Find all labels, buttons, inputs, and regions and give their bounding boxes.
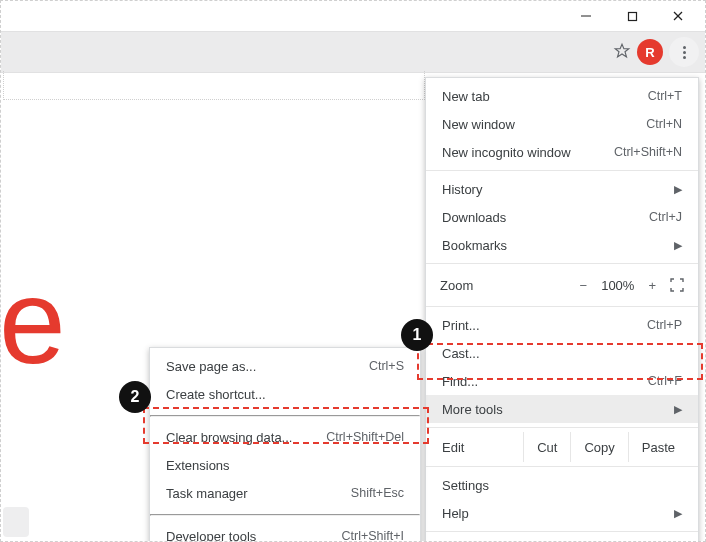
callout-badge-2: 2 [119, 381, 151, 413]
tab-strip-stub [3, 71, 425, 100]
menu-label: Task manager [166, 486, 248, 501]
menu-label: New incognito window [442, 145, 571, 160]
menu-item-new-window[interactable]: New window Ctrl+N [426, 110, 698, 138]
avatar-letter: R [645, 45, 654, 60]
submenu-item-save-page[interactable]: Save page as... Ctrl+S [150, 352, 420, 380]
menu-item-help[interactable]: Help ▶ [426, 499, 698, 527]
zoom-in-button[interactable]: + [648, 278, 656, 293]
menu-label: New tab [442, 89, 490, 104]
chrome-main-menu: New tab Ctrl+T New window Ctrl+N New inc… [425, 77, 699, 542]
window-maximize-button[interactable] [609, 1, 655, 31]
zoom-label: Zoom [440, 278, 473, 293]
submenu-item-clear-browsing-data[interactable]: Clear browsing data... Ctrl+Shift+Del [150, 423, 420, 451]
menu-shortcut: Shift+Esc [351, 486, 404, 500]
menu-shortcut: Ctrl+Shift+Del [326, 430, 404, 444]
menu-label: Create shortcut... [166, 387, 266, 402]
zoom-level: 100% [601, 278, 634, 293]
submenu-arrow-icon: ▶ [674, 183, 682, 196]
menu-item-find[interactable]: Find... Ctrl+F [426, 367, 698, 395]
menu-label: Clear browsing data... [166, 430, 292, 445]
menu-label: Settings [442, 478, 489, 493]
submenu-arrow-icon: ▶ [674, 403, 682, 416]
menu-shortcut: Ctrl+S [369, 359, 404, 373]
menu-item-bookmarks[interactable]: Bookmarks ▶ [426, 231, 698, 259]
more-tools-submenu: Save page as... Ctrl+S Create shortcut..… [149, 347, 421, 542]
menu-label: Extensions [166, 458, 230, 473]
menu-item-settings[interactable]: Settings [426, 471, 698, 499]
menu-label: Developer tools [166, 529, 256, 543]
menu-shortcut: Ctrl+J [649, 210, 682, 224]
menu-label: More tools [442, 402, 503, 417]
window-close-button[interactable] [655, 1, 701, 31]
edit-paste-button[interactable]: Paste [628, 432, 688, 462]
bookmark-star-icon[interactable] [613, 42, 631, 63]
menu-label: Save page as... [166, 359, 256, 374]
window-minimize-button[interactable] [563, 1, 609, 31]
menu-item-cast[interactable]: Cast... [426, 339, 698, 367]
menu-label: Downloads [442, 210, 506, 225]
menu-item-exit[interactable]: Exit [426, 536, 698, 542]
profile-avatar[interactable]: R [637, 39, 663, 65]
kebab-icon [683, 46, 686, 59]
edit-copy-button[interactable]: Copy [570, 432, 627, 462]
submenu-arrow-icon: ▶ [674, 507, 682, 520]
callout-badge-1: 1 [401, 319, 433, 351]
chrome-menu-button[interactable] [669, 37, 699, 67]
menu-label: History [442, 182, 482, 197]
menu-shortcut: Ctrl+F [648, 374, 682, 388]
menu-item-edit-row: Edit Cut Copy Paste [426, 432, 698, 462]
menu-item-history[interactable]: History ▶ [426, 175, 698, 203]
menu-label: New window [442, 117, 515, 132]
menu-item-new-incognito[interactable]: New incognito window Ctrl+Shift+N [426, 138, 698, 166]
menu-item-print[interactable]: Print... Ctrl+P [426, 311, 698, 339]
menu-label: Bookmarks [442, 238, 507, 253]
menu-shortcut: Ctrl+N [646, 117, 682, 131]
menu-item-zoom: Zoom − 100% + [426, 268, 698, 302]
menu-shortcut: Ctrl+P [647, 318, 682, 332]
menu-shortcut: Ctrl+Shift+I [341, 529, 404, 542]
bottom-left-chip [3, 507, 29, 537]
google-logo-fragment: e [0, 261, 66, 381]
svg-rect-1 [628, 12, 636, 20]
menu-shortcut: Ctrl+T [648, 89, 682, 103]
submenu-item-create-shortcut[interactable]: Create shortcut... [150, 380, 420, 408]
menu-label: Find... [442, 374, 478, 389]
menu-item-more-tools[interactable]: More tools ▶ [426, 395, 698, 423]
menu-shortcut: Ctrl+Shift+N [614, 145, 682, 159]
submenu-arrow-icon: ▶ [674, 239, 682, 252]
menu-label: Cast... [442, 346, 480, 361]
submenu-item-task-manager[interactable]: Task manager Shift+Esc [150, 479, 420, 507]
edit-label: Edit [436, 440, 523, 455]
zoom-out-button[interactable]: − [580, 278, 588, 293]
fullscreen-icon[interactable] [670, 278, 684, 292]
submenu-item-developer-tools[interactable]: Developer tools Ctrl+Shift+I [150, 522, 420, 542]
menu-label: Print... [442, 318, 480, 333]
menu-label: Help [442, 506, 469, 521]
menu-item-downloads[interactable]: Downloads Ctrl+J [426, 203, 698, 231]
window-titlebar [1, 1, 705, 31]
edit-cut-button[interactable]: Cut [523, 432, 570, 462]
browser-toolbar: R [1, 31, 705, 73]
menu-item-new-tab[interactable]: New tab Ctrl+T [426, 82, 698, 110]
submenu-item-extensions[interactable]: Extensions [150, 451, 420, 479]
